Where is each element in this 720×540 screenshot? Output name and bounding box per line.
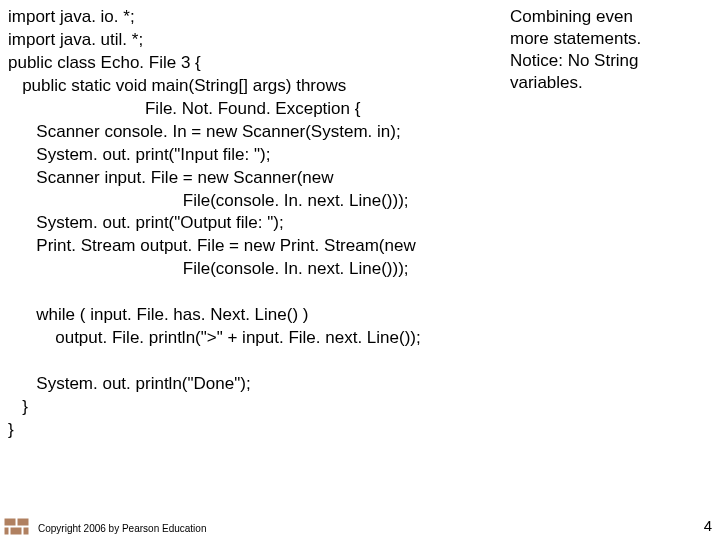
svg-rect-3 — [4, 527, 9, 535]
code-line: import java. util. *; — [8, 30, 143, 49]
annotation-box: Combining even more statements. Notice: … — [510, 6, 682, 94]
code-line: System. out. print("Input file: "); — [8, 145, 270, 164]
brick-icon — [4, 518, 30, 536]
code-line: File(console. In. next. Line())); — [8, 191, 409, 210]
code-line: } — [8, 420, 14, 439]
code-line: File(console. In. next. Line())); — [8, 259, 409, 278]
code-line: } — [8, 397, 28, 416]
page-number: 4 — [704, 517, 712, 534]
code-line: Print. Stream output. File = new Print. … — [8, 236, 416, 255]
svg-rect-4 — [23, 527, 29, 535]
code-line: public class Echo. File 3 { — [8, 53, 201, 72]
code-line: Scanner console. In = new Scanner(System… — [8, 122, 401, 141]
code-line: System. out. print("Output file: "); — [8, 213, 284, 232]
copyright-text: Copyright 2006 by Pearson Education — [38, 523, 206, 534]
annotation-line: variables. — [510, 72, 682, 94]
code-line: System. out. println("Done"); — [8, 374, 251, 393]
code-line: output. File. println(">" + input. File.… — [8, 328, 421, 347]
svg-rect-0 — [4, 518, 16, 526]
code-line: while ( input. File. has. Next. Line() ) — [8, 305, 308, 324]
code-line: File. Not. Found. Exception { — [8, 99, 360, 118]
svg-rect-2 — [10, 527, 22, 535]
code-line: import java. io. *; — [8, 7, 135, 26]
code-line: public static void main(String[] args) t… — [8, 76, 346, 95]
code-block: import java. io. *; import java. util. *… — [8, 6, 421, 442]
annotation-line: more statements. — [510, 28, 682, 50]
svg-rect-1 — [17, 518, 29, 526]
annotation-line: Combining even — [510, 6, 682, 28]
code-line: Scanner input. File = new Scanner(new — [8, 168, 334, 187]
annotation-line: Notice: No String — [510, 50, 682, 72]
